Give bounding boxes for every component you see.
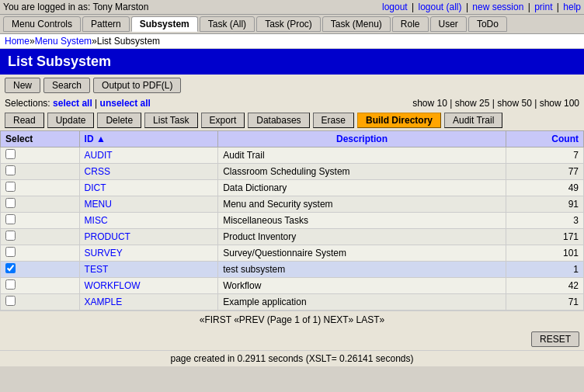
help-link[interactable]: help [563,2,581,12]
row-checkbox-survey[interactable] [5,247,16,257]
breadcrumb: Home»Menu System»List Subsystem [0,34,584,49]
cell-id: AUDIT [79,147,218,164]
data-table: Select ID ▲ Description Count AUDITAudit… [0,130,584,310]
top-bar: You are logged in as: Tony Marston logou… [0,0,584,15]
nav-tab-role[interactable]: Role [392,16,429,32]
build-directory-button[interactable]: Build Directory [357,113,441,128]
new-session-link[interactable]: new session [472,2,523,12]
cell-description: Survey/Questionnaire System [218,245,506,262]
row-checkbox-product[interactable] [5,231,16,241]
cell-count: 3 [506,213,583,229]
row-checkbox-menu[interactable] [5,198,16,208]
nav-tab-todo[interactable]: ToDo [468,16,507,32]
cell-id: PRODUCT [79,229,218,245]
cell-description: test subsystem [218,262,506,278]
cell-select [1,196,80,213]
reset-button[interactable]: RESET [531,331,579,347]
cell-count: 77 [506,164,583,180]
cell-description: Classroom Scheduling System [218,164,506,180]
row-id-link[interactable]: XAMPLE [85,297,123,307]
cell-id: XAMPLE [79,294,218,310]
cell-select [1,278,80,294]
output-pdf-button[interactable]: Output to PDF(L) [93,78,181,93]
update-button[interactable]: Update [47,113,95,128]
page-title: List Subsystem [0,49,584,75]
databases-button[interactable]: Databases [248,113,309,128]
cell-count: 101 [506,245,583,262]
export-button[interactable]: Export [201,113,245,128]
row-id-link[interactable]: TEST [85,264,109,275]
cell-id: DICT [79,180,218,196]
row-checkbox-crss[interactable] [5,165,16,175]
row-checkbox-dict[interactable] [5,182,16,192]
breadcrumb-home[interactable]: Home [5,36,30,47]
cell-description: Menu and Security system [218,196,506,213]
toolbar-actions: Read Update Delete List Task Export Data… [0,110,584,130]
row-id-link[interactable]: AUDIT [85,150,113,161]
cell-select [1,164,80,180]
new-button[interactable]: New [5,78,40,93]
row-id-link[interactable]: CRSS [85,166,110,177]
cell-count: 91 [506,196,583,213]
cell-id: SURVEY [79,245,218,262]
nav-tab-subsystem[interactable]: Subsystem [131,16,198,32]
show-options: show 10 | show 25 | show 50 | show 100 [412,98,579,109]
row-checkbox-test[interactable] [5,263,16,273]
print-link[interactable]: print [534,2,552,12]
audit-trail-button[interactable]: Audit Trail [444,113,502,128]
cell-count: 71 [506,294,583,310]
row-checkbox-audit[interactable] [5,149,16,159]
read-button[interactable]: Read [5,113,44,128]
logout-all-link[interactable]: logout (all) [419,2,462,12]
table-row: MISCMiscellaneous Tasks3 [1,213,584,229]
row-id-link[interactable]: DICT [85,182,106,193]
selections-row: Selections: select all | unselect all sh… [0,96,584,110]
col-id: ID ▲ [79,131,218,147]
cell-id: MENU [79,196,218,213]
delete-button[interactable]: Delete [97,113,141,128]
cell-select [1,180,80,196]
nav-tab-task--menu-[interactable]: Task (Menu) [322,16,391,32]
select-all-link[interactable]: select all [53,98,92,109]
row-checkbox-workflow[interactable] [5,279,16,290]
cell-select [1,229,80,245]
selections-left: Selections: select all | unselect all [5,98,151,109]
erase-button[interactable]: Erase [313,113,354,128]
table-row: AUDITAudit Trail7 [1,147,584,164]
main-content: List Subsystem New Search Output to PDF(… [0,49,584,366]
nav-tab-user[interactable]: User [430,16,467,32]
cell-id: TEST [79,262,218,278]
unselect-all-link[interactable]: unselect all [100,98,151,109]
table-row: SURVEYSurvey/Questionnaire System101 [1,245,584,262]
logout-link[interactable]: logout [382,2,408,12]
nav-tab-menu-controls[interactable]: Menu Controls [3,16,81,32]
cell-description: Example application [218,294,506,310]
col-description-link[interactable]: Description [336,134,388,144]
nav-tab-task--proc-[interactable]: Task (Proc) [256,16,321,32]
row-id-link[interactable]: PRODUCT [85,231,130,242]
table-row: MENUMenu and Security system91 [1,196,584,213]
row-id-link[interactable]: SURVEY [85,248,123,258]
col-count-link[interactable]: Count [551,134,579,144]
row-checkbox-misc[interactable] [5,214,16,224]
logged-in-text: You are logged in as: Tony Marston [3,2,148,12]
breadcrumb-menu-system[interactable]: Menu System [35,36,92,47]
col-count: Count [506,131,583,147]
table-body: AUDITAudit Trail7CRSSClassroom Schedulin… [1,147,584,310]
col-description: Description [218,131,506,147]
top-bar-links: logout | logout (all) | new session | pr… [382,2,581,12]
row-id-link[interactable]: MENU [85,199,112,210]
list-task-button[interactable]: List Task [144,113,197,128]
row-id-link[interactable]: MISC [85,215,108,226]
row-id-link[interactable]: WORKFLOW [85,280,141,291]
search-button[interactable]: Search [43,78,90,93]
nav-tab-pattern[interactable]: Pattern [82,16,130,32]
cell-id: WORKFLOW [79,278,218,294]
cell-select [1,245,80,262]
row-checkbox-xample[interactable] [5,296,16,306]
col-id-link[interactable]: ID ▲ [85,134,106,144]
table-row: DICTData Dictionary49 [1,180,584,196]
table-row: PRODUCTProduct Inventory171 [1,229,584,245]
nav-tab-task--all-[interactable]: Task (All) [200,16,255,32]
cell-count: 7 [506,147,583,164]
